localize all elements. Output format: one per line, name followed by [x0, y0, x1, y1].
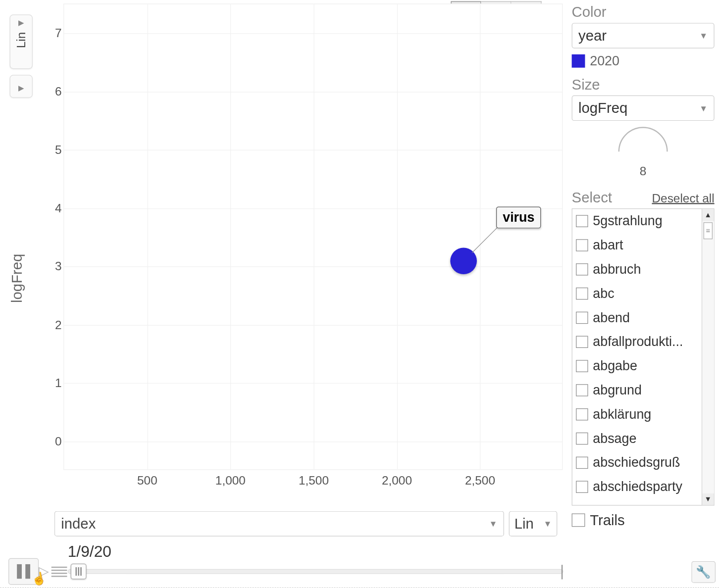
chevron-down-icon: ▼ [489, 519, 498, 529]
gridline [64, 33, 562, 34]
list-item[interactable]: abfallprodukti... [572, 330, 702, 354]
list-item[interactable]: abart [572, 233, 702, 257]
x-scale-label: Lin [514, 515, 534, 532]
gridline [64, 208, 562, 209]
gridline [147, 4, 148, 470]
list-item[interactable]: abend [572, 306, 702, 330]
list-item-label: abschiedsparty [593, 479, 682, 495]
y-tick-label: 1 [47, 376, 61, 390]
list-item-label: abfallprodukti... [593, 334, 683, 350]
list-item[interactable]: absage [572, 427, 702, 451]
y-scale-toggle[interactable]: ▶ Lin [10, 14, 33, 69]
list-item-checkbox[interactable] [576, 288, 588, 299]
list-item-checkbox[interactable] [576, 384, 588, 396]
color-legend[interactable]: 2020 [572, 53, 715, 69]
gridline [64, 92, 562, 92]
wrench-icon: 🔧 [696, 565, 711, 579]
gridline [64, 383, 562, 384]
y-tick-label: 3 [47, 260, 61, 274]
trails-label: Trails [590, 512, 625, 529]
list-item-checkbox[interactable] [576, 433, 588, 444]
list-item-checkbox[interactable] [576, 408, 588, 420]
settings-button[interactable]: 🔧 [691, 561, 716, 583]
y-scale-label: Lin [14, 32, 28, 49]
list-item-checkbox[interactable] [576, 263, 588, 275]
gridline [64, 441, 562, 442]
size-scale-value: 8 [572, 164, 715, 178]
y-axis-label: logFreq [8, 254, 25, 303]
legend-label: 2020 [590, 53, 619, 69]
gridline [64, 325, 562, 325]
timeline-slider[interactable] [68, 569, 564, 574]
x-axis-value: index [61, 515, 96, 532]
select-listbox: 5gstrahlungabartabbruchabcabendabfallpro… [572, 208, 715, 505]
list-item-checkbox[interactable] [576, 457, 588, 469]
list-item-label: abschluß [593, 503, 647, 505]
gridline [480, 4, 480, 470]
expand-icon: ▶ [18, 19, 24, 27]
list-item[interactable]: abbruch [572, 257, 702, 282]
x-tick-label: 2,500 [465, 474, 495, 488]
list-item-label: abend [593, 310, 630, 326]
list-item-label: abbruch [593, 261, 641, 277]
listbox-scrollbar[interactable]: ▲ ▼ [702, 209, 714, 505]
list-item-checkbox[interactable] [576, 481, 588, 493]
scroll-up-icon[interactable]: ▲ [702, 209, 714, 221]
list-item-checkbox[interactable] [576, 215, 588, 227]
gridline [313, 4, 314, 470]
cursor-icon: ☝ [30, 570, 48, 587]
list-item[interactable]: abgrund [572, 378, 702, 402]
list-item-label: 5gstrahlung [593, 213, 662, 229]
y-extra-toggle[interactable]: ▶ [10, 75, 33, 98]
trails-checkbox[interactable] [572, 513, 585, 527]
select-section-label: Select [572, 189, 612, 206]
list-item[interactable]: abc [572, 282, 702, 306]
scrollbar-thumb[interactable] [704, 222, 713, 239]
list-item[interactable]: 5gstrahlung [572, 209, 702, 233]
scroll-down-icon[interactable]: ▼ [702, 493, 714, 505]
size-select[interactable]: logFreq ▼ [572, 96, 715, 121]
size-value: logFreq [578, 99, 627, 116]
list-item-label: abschiedsgruß [593, 455, 680, 471]
right-panel: Color year ▼ 2020 Size logFreq ▼ 8 Selec… [572, 3, 715, 529]
list-item[interactable]: abschiedsparty [572, 475, 702, 499]
color-section-label: Color [572, 3, 715, 20]
y-tick-label: 7 [47, 26, 61, 40]
y-tick-label: 2 [47, 318, 61, 332]
y-tick-label: 0 [47, 435, 61, 448]
list-item[interactable]: abgabe [572, 354, 702, 378]
list-item-label: abc [593, 286, 614, 301]
list-item-checkbox[interactable] [576, 360, 588, 372]
list-item-label: abgrund [593, 383, 642, 398]
x-axis-select[interactable]: index ▼ [54, 511, 504, 537]
gridline [64, 150, 562, 150]
size-section-label: Size [572, 76, 715, 93]
legend-swatch [572, 54, 585, 68]
chevron-down-icon: ▼ [699, 103, 708, 113]
data-label[interactable]: virus [496, 206, 541, 228]
list-item-checkbox[interactable] [576, 239, 588, 251]
gridline [397, 4, 397, 470]
list-item[interactable]: abschiedsgruß [572, 450, 702, 475]
list-item[interactable]: abklärung [572, 402, 702, 427]
list-item-label: absage [593, 431, 636, 446]
list-item-checkbox[interactable] [576, 336, 588, 348]
trails-toggle[interactable]: Trails [572, 512, 715, 529]
size-scale-preview[interactable] [572, 124, 715, 160]
list-item-label: abklärung [593, 406, 651, 422]
list-item[interactable]: abschluß [572, 499, 702, 505]
speed-control[interactable] [51, 566, 67, 577]
timeline-thumb[interactable] [71, 564, 87, 580]
y-tick-label: 6 [47, 85, 61, 98]
gridline [64, 267, 562, 267]
color-select[interactable]: year ▼ [572, 23, 715, 48]
expand-icon: ▶ [18, 84, 24, 93]
plot-area[interactable]: 5001,0001,5002,0002,50001234567virus [63, 3, 563, 470]
list-item-label: abgabe [593, 358, 637, 374]
y-tick-label: 5 [47, 143, 61, 157]
x-scale-toggle[interactable]: Lin ▼ [509, 511, 558, 537]
deselect-all-link[interactable]: Deselect all [652, 192, 714, 205]
list-item-checkbox[interactable] [576, 312, 588, 324]
slider-end-tick [562, 565, 563, 579]
gridline [230, 4, 231, 470]
